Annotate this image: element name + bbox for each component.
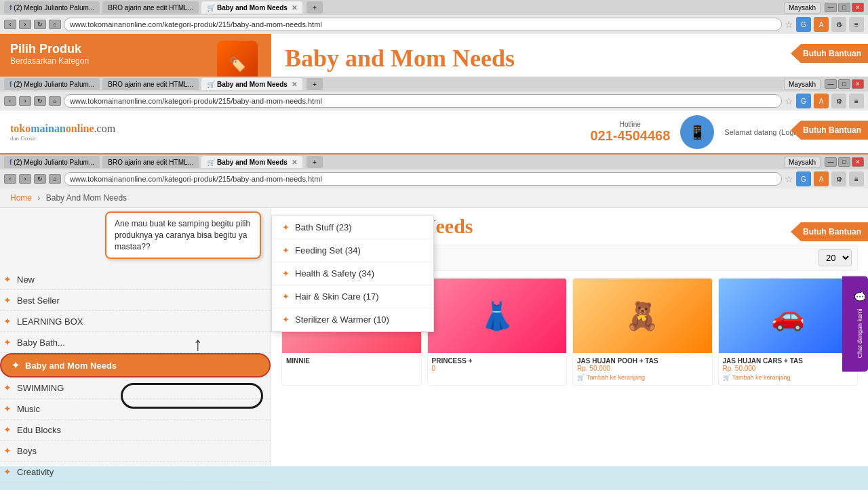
product-card-2[interactable]: 👗 PRINCESS + 0	[427, 278, 568, 386]
star-icon-swim: ✦	[3, 382, 12, 393]
tab-main-1[interactable]: 🛒 Baby and Mom Needs ✕	[201, 1, 302, 14]
ext-icon-3c[interactable]: ⚙	[831, 171, 846, 186]
product-name-2: PRINCESS +	[432, 357, 563, 365]
ext-icon-3a[interactable]: G	[796, 171, 811, 186]
sidebar-item-boys[interactable]: ✦ Boys	[0, 441, 271, 462]
maximize-btn-2[interactable]: □	[838, 79, 850, 89]
ext-icon-3[interactable]: ⚙	[831, 17, 846, 32]
tab-bro-1[interactable]: BRO ajarin ane edit HTML...	[102, 1, 199, 14]
top-bar-2: f (2) Meglo Julianto Palum... BRO ajarin…	[0, 77, 868, 91]
ext-icon-1[interactable]: G	[796, 17, 811, 32]
tab-close-3[interactable]: ✕	[292, 159, 297, 166]
back-btn-1[interactable]: ‹	[4, 20, 16, 29]
star-icon-bath: ✦	[3, 337, 12, 348]
close-btn-2[interactable]: ✕	[852, 79, 864, 89]
add-to-cart-3[interactable]: 🛒 Tambah ke keranjang	[577, 374, 708, 381]
per-page-select[interactable]: 20 40 60	[818, 249, 852, 266]
ext-icon-3d[interactable]: ≡	[849, 171, 864, 186]
address-field-3[interactable]: www.tokomainanonline.com/kategori-produk…	[64, 172, 782, 186]
add-to-cart-label-4: Tambah ke keranjang	[732, 374, 791, 381]
sidebar-item-baby-bath[interactable]: ✦ Baby Bath...	[0, 332, 271, 353]
forward-btn-2[interactable]: ›	[19, 96, 31, 106]
sidebar-item-swimming[interactable]: ✦ SWIMMING	[0, 377, 271, 399]
close-btn-1[interactable]: ✕	[852, 3, 864, 12]
bookmark-icon-1[interactable]: ☆	[785, 19, 793, 30]
back-btn-3[interactable]: ‹	[4, 174, 16, 184]
tab-fb-1[interactable]: f (2) Meglo Julianto Palum...	[4, 1, 100, 14]
refresh-btn-2[interactable]: ↻	[34, 96, 46, 106]
subcategory-health[interactable]: ✦ Health & Safety (34)	[272, 262, 433, 285]
ext-icon-2b[interactable]: A	[814, 94, 829, 108]
bookmark-icon-3[interactable]: ☆	[785, 173, 793, 184]
user-label-2[interactable]: Maysakh	[784, 79, 821, 90]
subcategory-sterilizer-label: Sterilizer & Warmer (10)	[295, 314, 389, 325]
sidebar-item-creativity[interactable]: ✦ Creativity	[0, 462, 271, 483]
product-card-3[interactable]: 🧸 JAS HUJAN POOH + TAS Rp. 50.000 🛒 Tamb…	[572, 278, 713, 386]
maximize-btn-3[interactable]: □	[838, 157, 850, 167]
breadcrumb-home[interactable]: Home	[10, 193, 32, 203]
sidebar-label-swim: SWIMMING	[17, 383, 64, 393]
close-btn-3[interactable]: ✕	[852, 157, 864, 167]
forward-btn-1[interactable]: ›	[19, 20, 31, 29]
ext-icon-2a[interactable]: G	[796, 94, 811, 108]
tab-fb-3[interactable]: f (2) Meglo Julianto Palum...	[4, 156, 100, 168]
sidebar-item-new[interactable]: ✦ New	[0, 269, 271, 290]
star-sterilizer: ✦	[282, 314, 290, 325]
bantuan-btn-main[interactable]: Butuh Bantuan	[791, 222, 868, 241]
new-tab-btn-2[interactable]: +	[307, 78, 323, 90]
sidebar-item-best-seller[interactable]: ✦ Best Seller	[0, 290, 271, 311]
new-tab-btn-1[interactable]: +	[307, 1, 323, 14]
tab-main-3[interactable]: 🛒 Baby and Mom Needs ✕	[201, 156, 302, 168]
ext-icon-2c[interactable]: ⚙	[831, 94, 846, 108]
phone-icon: 📱	[680, 115, 714, 149]
chat-icon: 💬	[854, 290, 865, 302]
sidebar-item-edu[interactable]: ✦ Edu Blocks	[0, 420, 271, 441]
sidebar-item-learning[interactable]: ✦ LEARNING BOX	[0, 311, 271, 332]
subcategory-feeding[interactable]: ✦ Feeding Set (34)	[272, 239, 433, 262]
tab-close-2[interactable]: ✕	[292, 81, 297, 88]
arrow-annotation: ↑	[193, 333, 203, 355]
ext-icon-2d[interactable]: ≡	[849, 94, 864, 108]
tab-bro-3[interactable]: BRO ajarin ane edit HTML...	[102, 156, 199, 168]
minimize-btn-1[interactable]: —	[825, 3, 837, 12]
tab-bro-2[interactable]: BRO ajarin ane edit HTML...	[102, 78, 199, 90]
user-label-3[interactable]: Maysakh	[784, 157, 821, 168]
tab-main-2[interactable]: 🛒 Baby and Mom Needs ✕	[201, 78, 302, 90]
home-btn-1[interactable]: ⌂	[49, 20, 61, 29]
maximize-btn-1[interactable]: □	[838, 3, 850, 12]
bantuan-btn-top[interactable]: Butuh Bantuan	[791, 44, 868, 63]
product-price-2: 0	[432, 365, 563, 372]
product-name-3: JAS HUJAN POOH + TAS	[577, 357, 708, 365]
minimize-btn-2[interactable]: —	[825, 79, 837, 89]
forward-btn-3[interactable]: ›	[19, 174, 31, 184]
tab-bro-label-3: BRO ajarin ane edit HTML...	[108, 159, 193, 166]
home-btn-3[interactable]: ⌂	[49, 174, 61, 184]
home-btn-2[interactable]: ⌂	[49, 96, 61, 106]
ext-icon-3b[interactable]: A	[814, 171, 829, 186]
bookmark-icon-2[interactable]: ☆	[785, 96, 793, 106]
refresh-btn-3[interactable]: ↻	[34, 174, 46, 184]
back-btn-2[interactable]: ‹	[4, 96, 16, 106]
ext-icon-4[interactable]: ≡	[849, 17, 864, 32]
sidebar-item-music[interactable]: ✦ Music	[0, 399, 271, 420]
tab-close-1[interactable]: ✕	[292, 4, 297, 12]
tab-fb-2[interactable]: f (2) Meglo Julianto Palum...	[4, 78, 100, 90]
subcategory-hair[interactable]: ✦ Hair & Skin Care (17)	[272, 285, 433, 308]
sidebar-item-baby-mom[interactable]: ✦ Baby and Mom Needs	[0, 353, 271, 377]
add-to-cart-4[interactable]: 🛒 Tambah ke keranjang	[723, 374, 854, 381]
address-field-1[interactable]: www.tokomainanonline.com/kategori-produk…	[64, 18, 782, 31]
address-field-2[interactable]: www.tokomainanonline.com/kategori-produk…	[64, 94, 782, 108]
bantuan-btn-mid[interactable]: Butuh Bantuan	[791, 121, 868, 140]
subcategory-sterilizer[interactable]: ✦ Sterilizer & Warmer (10)	[272, 308, 433, 331]
user-label-1[interactable]: Maysakh	[784, 2, 821, 14]
chat-widget[interactable]: Chat dengan kami 💬	[842, 277, 868, 372]
product-card-4[interactable]: 🚗 JAS HUJAN CARS + TAS Rp. 50.000 🛒 Tamb…	[718, 278, 859, 386]
star-health: ✦	[282, 268, 290, 279]
addr-row-3: ‹ › ↻ ⌂ www.tokomainanonline.com/kategor…	[0, 169, 868, 188]
minimize-btn-3[interactable]: —	[825, 157, 837, 167]
fb-icon-2: f	[9, 81, 12, 88]
refresh-btn-1[interactable]: ↻	[34, 20, 46, 29]
subcategory-bath-stuff[interactable]: ✦ Bath Stuff (23)	[272, 216, 433, 239]
new-tab-btn-3[interactable]: +	[307, 156, 323, 168]
ext-icon-2[interactable]: A	[814, 17, 829, 32]
